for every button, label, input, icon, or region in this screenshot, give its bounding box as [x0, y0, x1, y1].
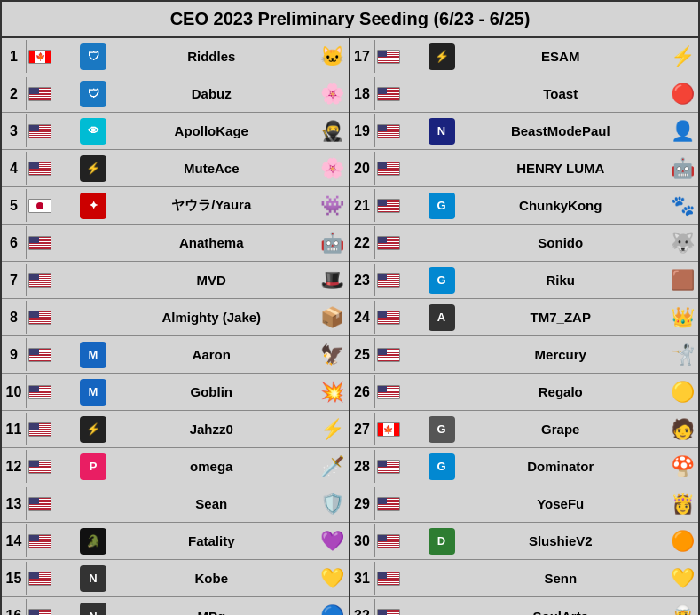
table-row: 11⚡Jahzz0⚡: [2, 411, 349, 448]
flag-us: [377, 572, 400, 586]
flag-us: [377, 348, 400, 362]
player-name: Dominator: [455, 459, 667, 474]
player-name: Almighty (Jake): [106, 310, 317, 325]
seed-number: 17: [350, 40, 375, 73]
seed-number: 12: [2, 450, 27, 483]
player-name: MuteAce: [106, 161, 317, 176]
table-row: 17⚡ESAM⚡: [350, 38, 699, 75]
page-title: CEO 2023 Preliminary Seeding (6/23 - 6/2…: [2, 2, 698, 38]
team-logo: ⚡: [80, 155, 106, 182]
table-row: 1🍁🛡Riddles🐱: [2, 38, 349, 75]
table-row: 8Almighty (Jake)📦: [2, 299, 349, 336]
table-row: 9MAaron🦅: [2, 336, 349, 374]
flags-container: [375, 50, 429, 64]
character-icon: 🔵: [317, 600, 349, 615]
flags-container: [375, 124, 429, 138]
flags-container: [27, 534, 80, 548]
flags-container: [27, 385, 80, 399]
character-icon: 🔴: [666, 78, 698, 110]
character-icon: 🧑: [666, 414, 698, 445]
right-column: 17⚡ESAM⚡18Toast🔴19NBeastModePaul👤20HENRY…: [350, 38, 699, 615]
seed-number: 2: [2, 77, 27, 110]
flags-container: [375, 460, 429, 474]
table-row: 6Anathema🤖: [2, 225, 349, 262]
flag-us: [28, 497, 51, 511]
player-name: BeastModePaul: [455, 123, 667, 138]
team-logo: 🛡: [80, 81, 106, 107]
character-icon: 🟠: [666, 525, 698, 557]
team-logo: N: [429, 118, 455, 145]
character-icon: 🤖: [317, 227, 349, 259]
team-logo: G: [429, 193, 455, 219]
character-icon: 🟫: [666, 264, 698, 296]
team-logo: [429, 565, 455, 592]
seed-number: 20: [350, 152, 375, 185]
flags-container: [27, 311, 80, 325]
team-logo: [80, 304, 106, 331]
table-row: 7MVD🎩: [2, 262, 349, 299]
character-icon: 🤺: [666, 339, 698, 371]
seed-number: 22: [350, 226, 375, 259]
seed-number: 4: [2, 152, 27, 185]
team-logo: [429, 379, 455, 406]
seed-number: 27: [350, 413, 375, 445]
team-logo: [429, 230, 455, 256]
team-logo: M: [80, 342, 106, 368]
seed-number: 31: [350, 562, 375, 595]
table-row: 5✦ヤウラ/Yaura👾: [2, 187, 349, 225]
table-row: 24ATM7_ZAP👑: [350, 299, 699, 336]
flags-container: [27, 87, 80, 101]
flags-container: [375, 497, 429, 511]
character-icon: 🐺: [666, 227, 698, 259]
player-name: Anathema: [106, 235, 317, 250]
table-row: 15NKobe💛: [2, 560, 349, 597]
team-logo: [429, 491, 455, 517]
seed-number: 26: [350, 375, 375, 408]
main-container: CEO 2023 Preliminary Seeding (6/23 - 6/2…: [0, 0, 700, 615]
character-icon: 💛: [666, 563, 698, 595]
seed-number: 29: [350, 487, 375, 520]
table-row: 18Toast🔴: [350, 75, 699, 113]
team-logo: ✦: [80, 193, 106, 219]
table-row: 14🐊Fatality💜: [2, 523, 349, 560]
seed-number: 16: [2, 599, 27, 615]
team-logo: [80, 491, 106, 517]
seed-number: 15: [2, 562, 27, 595]
flag-us: [28, 124, 51, 138]
flags-container: [375, 273, 429, 288]
flags-container: [27, 460, 80, 474]
seeding-grid: 1🍁🛡Riddles🐱2🛡Dabuz🌸3👁ApolloKage🥷4⚡MuteAc…: [2, 38, 698, 615]
team-logo: 🐊: [80, 528, 106, 555]
team-logo: ⚡: [80, 416, 106, 443]
flags-container: [375, 348, 429, 362]
table-row: 32SoulArts🧝: [350, 597, 699, 615]
seed-number: 24: [350, 301, 375, 334]
character-icon: 🟡: [666, 376, 698, 408]
player-name: Goblin: [106, 384, 317, 399]
flag-us: [377, 273, 400, 288]
flag-us: [28, 422, 51, 437]
team-logo: [429, 603, 455, 615]
player-name: Dabuz: [106, 86, 317, 101]
flags-container: [27, 236, 80, 250]
flag-us: [28, 460, 51, 474]
player-name: SlushieV2: [455, 533, 667, 548]
left-column: 1🍁🛡Riddles🐱2🛡Dabuz🌸3👁ApolloKage🥷4⚡MuteAc…: [2, 38, 350, 615]
flags-container: [27, 422, 80, 437]
table-row: 16NMPg🔵: [2, 597, 349, 615]
flags-container: [27, 273, 80, 288]
character-icon: ⚡: [666, 41, 698, 73]
flags-container: [27, 609, 80, 615]
player-name: Jahzz0: [106, 422, 317, 437]
team-logo: P: [80, 453, 106, 480]
player-name: YoseFu: [455, 496, 667, 511]
table-row: 22Sonido🐺: [350, 225, 699, 262]
seed-number: 7: [2, 264, 27, 296]
flag-us: [377, 460, 400, 474]
character-icon: 📦: [317, 302, 349, 334]
team-logo: 🛡: [80, 43, 106, 70]
seed-number: 30: [350, 524, 375, 557]
table-row: 28GDominator🍄: [350, 448, 699, 485]
table-row: 30DSlushieV2🟠: [350, 523, 699, 560]
team-logo: G: [429, 453, 455, 480]
